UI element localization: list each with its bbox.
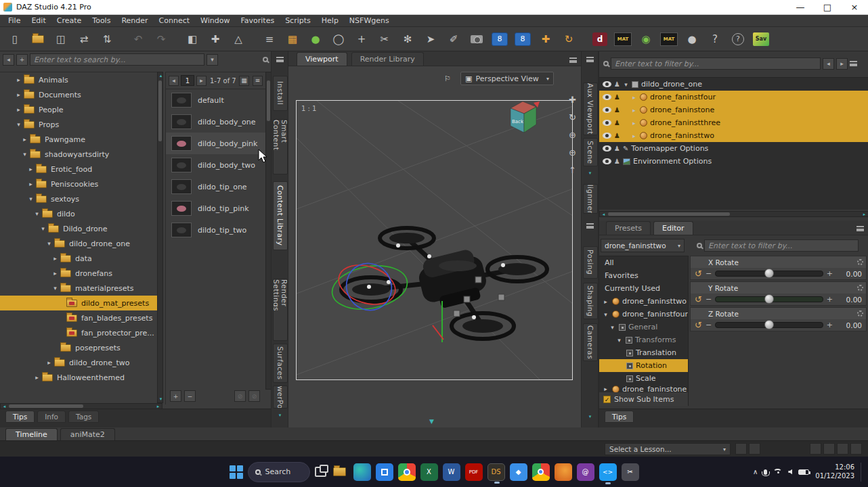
menu-edit[interactable]: Edit: [26, 15, 51, 27]
gear-icon[interactable]: [857, 259, 863, 265]
chrome-profile-icon[interactable]: [532, 463, 550, 481]
scene-horizontal-scrollbar[interactable]: ◂▸: [599, 211, 868, 217]
dock-tab-alignment[interactable]: Alignment: [583, 184, 598, 214]
expand-icon[interactable]: [615, 337, 623, 344]
flag-tool-icon[interactable]: ⚐: [444, 74, 451, 83]
visibility-eye-icon[interactable]: [603, 145, 611, 152]
tree-item[interactable]: sextoys: [0, 191, 157, 206]
zoom-in-icon[interactable]: ⊕: [566, 129, 579, 141]
posing-b-icon[interactable]: 8: [513, 30, 532, 48]
menu-scripts[interactable]: Scripts: [280, 15, 316, 27]
scene-node[interactable]: ♟ dildo_drone_one: [599, 78, 868, 91]
expand-icon[interactable]: [15, 121, 22, 128]
undo-icon[interactable]: ↶: [129, 30, 148, 48]
frame-up-icon[interactable]: ↑: [566, 164, 579, 177]
wifi-icon[interactable]: [773, 469, 782, 476]
dock-tab-smart-content[interactable]: Smart Content: [273, 119, 288, 175]
parameters-filter-input[interactable]: [704, 239, 859, 252]
tree-item[interactable]: Props: [0, 117, 157, 132]
daz-connect-icon[interactable]: d: [590, 30, 609, 48]
tree-item[interactable]: Dildo_drone: [0, 221, 157, 236]
slider-knob[interactable]: [764, 294, 774, 304]
parameters-pane-menu-icon[interactable]: [856, 226, 864, 231]
expand-icon[interactable]: [27, 166, 35, 172]
expand-icon[interactable]: [602, 298, 609, 305]
prev-filter-button[interactable]: ◂: [823, 58, 834, 70]
dock-tab-surfaces[interactable]: Surfaces: [273, 344, 288, 383]
start-button[interactable]: [230, 465, 243, 479]
increment-button[interactable]: +: [827, 269, 833, 278]
tab-render-library[interactable]: Render Library: [351, 52, 424, 66]
visibility-eye-icon[interactable]: [603, 81, 611, 87]
viewport-pane-menu-icon[interactable]: [569, 57, 577, 63]
next-page-button[interactable]: ▸: [196, 76, 207, 86]
taskbar-search[interactable]: Search: [248, 462, 310, 482]
scene-node[interactable]: ♟ Environment Options: [599, 155, 868, 168]
group-general[interactable]: General: [599, 321, 688, 333]
visibility-eye-icon[interactable]: [603, 158, 611, 164]
word-icon[interactable]: W: [443, 463, 460, 481]
menu-render[interactable]: Render: [116, 15, 153, 27]
tree-item-selected[interactable]: dildo_mat_presets: [0, 296, 157, 310]
visibility-eye-icon[interactable]: [603, 107, 611, 113]
tab-tips[interactable]: Tips: [605, 411, 634, 423]
scene-list-icon[interactable]: ≡: [260, 30, 279, 48]
render-camera-icon[interactable]: [467, 30, 486, 48]
gear-icon[interactable]: [857, 310, 863, 317]
shader-ball-icon[interactable]: ●: [682, 30, 701, 48]
group-currently-used[interactable]: Currently Used: [599, 282, 688, 295]
tree-item[interactable]: Erotic_food: [0, 162, 157, 177]
taskbar-clock[interactable]: 12:06 01/12/2023: [815, 463, 854, 480]
scene-node-selected[interactable]: ♟ drone_faninsttwo: [599, 129, 868, 142]
x-rotate-value[interactable]: 0.00: [836, 270, 862, 278]
pan-tool-icon[interactable]: ✚: [566, 93, 579, 106]
tab-viewport[interactable]: Viewport: [297, 52, 347, 66]
expand-icon[interactable]: [51, 285, 59, 292]
geometry-tool-icon[interactable]: △: [229, 30, 248, 48]
whats-this-icon[interactable]: ?: [706, 30, 724, 48]
dock-tab-install[interactable]: Install: [273, 76, 288, 111]
dock-tab-scene[interactable]: Scene: [583, 138, 598, 166]
menu-connect[interactable]: Connect: [154, 15, 195, 27]
volume-icon[interactable]: [788, 469, 792, 475]
help-icon[interactable]: ?: [729, 30, 747, 48]
add-item-button[interactable]: +: [170, 390, 181, 402]
pen-tool-icon[interactable]: ✐: [444, 30, 463, 48]
x-rotate-slider[interactable]: [715, 271, 823, 277]
tree-item[interactable]: dronefans: [0, 266, 157, 281]
tab-tips[interactable]: Tips: [5, 411, 35, 423]
tree-item[interactable]: fan_protector_pre...: [0, 325, 157, 340]
tree-item[interactable]: data: [0, 251, 157, 266]
node-selector-dropdown[interactable]: drone_faninsttwo ▾: [601, 239, 685, 252]
excel-icon[interactable]: X: [420, 463, 438, 481]
menu-nsfwgens[interactable]: NSFWgens: [344, 15, 395, 27]
group-translation[interactable]: Translation: [599, 346, 688, 359]
asset-item[interactable]: dildo_body_pink: [166, 133, 265, 154]
expand-icon[interactable]: [21, 151, 28, 158]
page-number-field[interactable]: 1: [181, 75, 194, 86]
dock-tab-cameras[interactable]: Cameras: [583, 323, 598, 361]
tree-item[interactable]: dildo_drone_one: [0, 236, 157, 251]
tab-timeline[interactable]: Timeline: [5, 428, 58, 440]
export-icon[interactable]: ⇅: [97, 30, 116, 48]
open-file-icon[interactable]: [28, 30, 47, 48]
expand-icon[interactable]: [602, 311, 609, 318]
group-all[interactable]: All: [599, 256, 688, 269]
bottom-tool-button[interactable]: [810, 443, 821, 455]
expand-icon[interactable]: [631, 120, 637, 126]
expand-icon[interactable]: [15, 91, 22, 98]
tree-item[interactable]: Animals: [0, 72, 157, 87]
uv-view-icon[interactable]: ▦: [283, 30, 302, 48]
pointer-tool-icon[interactable]: ➤: [421, 30, 440, 48]
file-explorer-icon[interactable]: [331, 463, 349, 481]
scene-node-selected[interactable]: ♟ drone_faninstthree: [599, 116, 868, 129]
expand-icon[interactable]: [51, 270, 59, 277]
mat-paste-icon[interactable]: MAT: [659, 30, 678, 48]
slider-knob[interactable]: [764, 320, 774, 329]
content-search-input[interactable]: [30, 53, 204, 66]
expand-icon[interactable]: [631, 94, 637, 101]
increment-button[interactable]: +: [827, 321, 833, 329]
decrement-button[interactable]: −: [706, 295, 712, 304]
scene-node-selected[interactable]: ♟ drone_faninstfour: [599, 91, 868, 103]
expand-icon[interactable]: [602, 386, 609, 392]
